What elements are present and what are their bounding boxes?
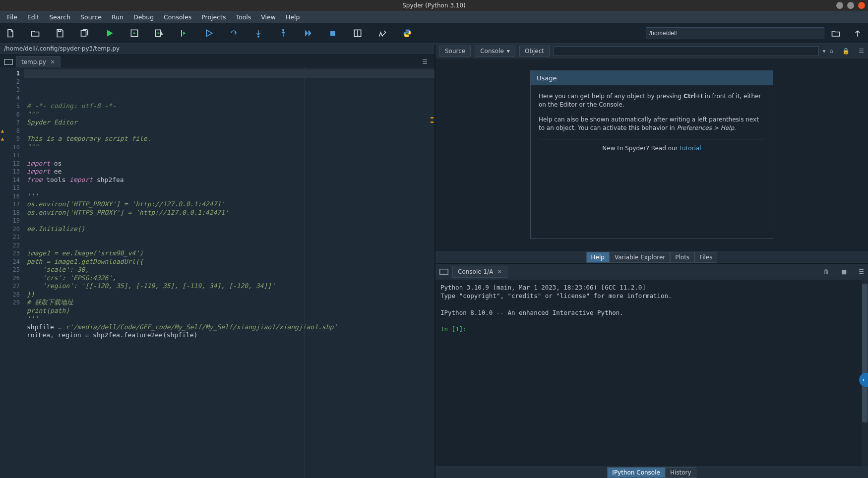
working-directory-input[interactable] xyxy=(646,27,824,39)
run-icon[interactable] xyxy=(104,28,115,39)
code-editor[interactable]: 1234567▲8▲910111213141516171819202122232… xyxy=(0,67,434,478)
tab-variable-explorer[interactable]: Variable Explorer xyxy=(610,252,670,263)
console-tab-close-icon[interactable]: ✕ xyxy=(497,268,502,275)
browse-dir-icon[interactable] xyxy=(830,28,841,39)
preferences-icon[interactable] xyxy=(377,28,388,39)
help-object-input[interactable] xyxy=(554,46,819,56)
tutorial-link[interactable]: tutorial xyxy=(680,145,701,152)
editor-options-icon[interactable]: ☰ xyxy=(419,59,431,65)
close-button[interactable] xyxy=(858,2,865,9)
maximize-pane-icon[interactable] xyxy=(352,28,363,39)
run-cell-advance-icon[interactable] xyxy=(154,28,165,39)
console-tabs: IPython Console History xyxy=(435,466,868,478)
tab-history[interactable]: History xyxy=(665,467,696,478)
console-browse-icon[interactable] xyxy=(439,268,448,275)
parent-dir-icon[interactable] xyxy=(852,28,863,39)
file-browser-icon[interactable] xyxy=(4,59,13,65)
save-all-icon[interactable] xyxy=(79,28,90,39)
home-icon[interactable]: ⌂ xyxy=(830,48,834,55)
editor-pane: /home/dell/.config/spyder-py3/temp.py te… xyxy=(0,44,435,478)
menu-file[interactable]: File xyxy=(3,12,21,22)
window-title: Spyder (Python 3.10) xyxy=(402,2,466,9)
svg-rect-8 xyxy=(440,269,448,275)
editor-file-path: /home/dell/.config/spyder-py3/temp.py xyxy=(0,44,434,54)
run-cell-icon[interactable] xyxy=(129,28,140,39)
debug-icon[interactable] xyxy=(203,28,214,39)
help-object-label: Object xyxy=(519,46,550,57)
usage-title: Usage xyxy=(531,71,773,85)
usage-text-2: Help can also be shown automatically aft… xyxy=(539,116,765,133)
svg-rect-0 xyxy=(59,29,61,31)
side-panel-handle[interactable]: ‹ xyxy=(859,373,868,387)
usage-text-3: New to Spyder? Read our tutorial xyxy=(539,144,765,153)
lock-icon[interactable]: 🔒 xyxy=(842,48,850,55)
menu-edit[interactable]: Edit xyxy=(23,12,43,22)
help-tabs: Help Variable Explorer Plots Files xyxy=(435,251,868,263)
current-line-highlight xyxy=(24,69,434,78)
editor-tab-label: temp.py xyxy=(21,59,46,65)
console-line: Python 3.10.9 (main, Mar 1 2023, 18:23:0… xyxy=(440,284,863,292)
editor-tab-temp[interactable]: temp.py ✕ xyxy=(16,56,61,67)
debug-continue-icon[interactable] xyxy=(303,28,313,39)
usage-text-1: Here you can get help of any object by p… xyxy=(539,92,765,110)
menu-projects[interactable]: Projects xyxy=(197,12,230,22)
menu-search[interactable]: Search xyxy=(45,12,74,22)
new-file-icon[interactable] xyxy=(5,28,16,39)
help-options-icon[interactable]: ☰ xyxy=(859,48,864,55)
console-output[interactable]: Python 3.10.9 (main, Mar 1 2023, 18:23:0… xyxy=(435,280,868,466)
column-ruler xyxy=(304,67,305,478)
console-tab-label: Console 1/A xyxy=(458,268,493,275)
save-icon[interactable] xyxy=(55,28,65,39)
open-file-icon[interactable] xyxy=(30,28,41,39)
minimize-button[interactable] xyxy=(836,2,843,9)
tab-ipython-console[interactable]: IPython Console xyxy=(607,467,665,478)
tab-help[interactable]: Help xyxy=(586,252,610,263)
console-line: Type "copyright", "credits" or "license"… xyxy=(440,292,863,300)
menu-tools[interactable]: Tools xyxy=(232,12,255,22)
menu-source[interactable]: Source xyxy=(76,12,106,22)
title-bar: Spyder (Python 3.10) xyxy=(0,0,868,11)
console-line: IPython 8.10.0 -- An enhanced Interactiv… xyxy=(440,309,863,317)
python-path-icon[interactable] xyxy=(402,28,413,39)
debug-step-out-icon[interactable] xyxy=(278,28,289,39)
console-prompt[interactable]: In [1]: xyxy=(440,325,863,334)
help-source-btn[interactable]: Source xyxy=(439,46,471,57)
debug-step-in-icon[interactable] xyxy=(253,28,264,39)
run-selection-icon[interactable] xyxy=(179,28,189,39)
debug-step-icon[interactable] xyxy=(228,28,239,39)
svg-point-3 xyxy=(258,36,259,37)
scrollbar-markers xyxy=(431,117,434,123)
usage-card: Usage Here you can get help of any objec… xyxy=(530,70,773,239)
menu-consoles[interactable]: Consoles xyxy=(160,12,195,22)
menu-help[interactable]: Help xyxy=(282,12,304,22)
toolbar xyxy=(0,23,868,44)
console-tab[interactable]: Console 1/A ✕ xyxy=(452,266,507,278)
console-header: Console 1/A ✕ 🗑 ■ ☰ xyxy=(435,264,868,280)
menu-view[interactable]: View xyxy=(257,12,280,22)
tab-plots[interactable]: Plots xyxy=(670,252,694,263)
help-console-dropdown[interactable]: Console▾ xyxy=(475,46,515,57)
help-pane: Source Console▾ Object ▾ ⌂ 🔒 ☰ Usage Her… xyxy=(435,44,868,264)
menu-debug[interactable]: Debug xyxy=(129,12,158,22)
tab-files[interactable]: Files xyxy=(694,252,717,263)
svg-rect-5 xyxy=(330,31,335,36)
window-controls xyxy=(836,2,865,9)
remove-icon[interactable]: 🗑 xyxy=(823,268,829,275)
debug-stop-icon[interactable] xyxy=(327,28,338,39)
svg-rect-7 xyxy=(4,59,13,64)
help-toolbar: Source Console▾ Object ▾ ⌂ 🔒 ☰ xyxy=(435,44,868,59)
console-options-icon[interactable]: ☰ xyxy=(859,268,864,275)
help-object-dropdown-icon[interactable]: ▾ xyxy=(823,48,826,55)
close-tab-icon[interactable]: ✕ xyxy=(50,59,55,65)
editor-tab-bar: temp.py ✕ ☰ xyxy=(0,54,434,67)
maximize-button[interactable] xyxy=(847,2,854,9)
console-pane: Console 1/A ✕ 🗑 ■ ☰ Python 3.10.9 (main,… xyxy=(435,264,868,478)
menu-run[interactable]: Run xyxy=(108,12,127,22)
menu-bar: File Edit Search Source Run Debug Consol… xyxy=(0,11,868,23)
interrupt-icon[interactable]: ■ xyxy=(841,268,847,275)
svg-point-4 xyxy=(283,29,284,31)
